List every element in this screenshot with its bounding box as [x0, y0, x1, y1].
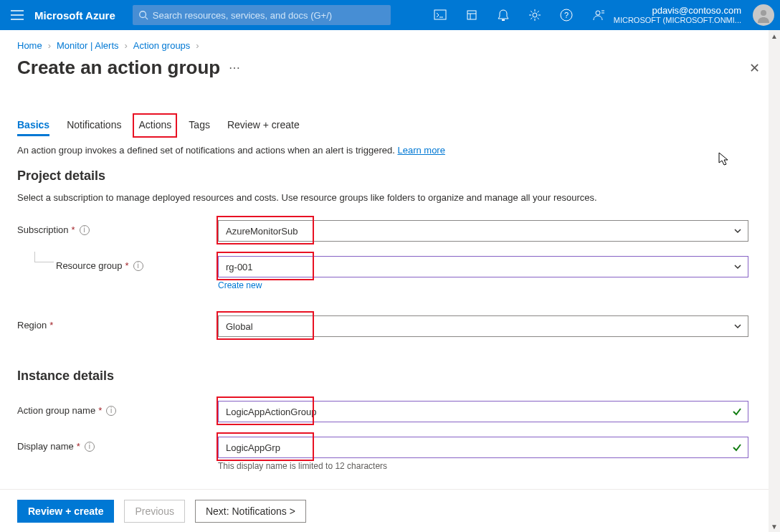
tab-basics[interactable]: Basics	[17, 119, 49, 136]
subscription-label: Subscription	[17, 224, 69, 235]
tab-actions[interactable]: Actions	[138, 119, 171, 136]
subscription-value: AzureMonitorSub	[226, 226, 298, 237]
title-row: Create an action group ⋯ ✕	[0, 51, 780, 79]
chevron-down-icon	[733, 227, 742, 235]
svg-point-22	[596, 11, 600, 15]
required-marker: *	[49, 320, 53, 331]
check-icon	[732, 407, 742, 417]
svg-line-16	[531, 11, 532, 12]
topbar-icons: ?	[424, 0, 614, 30]
help-icon[interactable]: ?	[551, 0, 582, 30]
chevron-right-icon: ›	[125, 40, 128, 51]
info-icon[interactable]: i	[106, 406, 116, 416]
action-group-name-value: LogicAppActionGroup	[226, 407, 316, 417]
project-details-note: Select a subscription to manage deployed…	[0, 184, 780, 203]
chevron-right-icon: ›	[196, 40, 199, 51]
create-new-link[interactable]: Create new	[218, 280, 262, 290]
tab-notifications[interactable]: Notifications	[67, 119, 121, 136]
page-title: Create an action group	[17, 57, 220, 79]
chevron-down-icon	[733, 322, 742, 331]
scroll-up-icon[interactable]: ▲	[769, 30, 780, 42]
required-marker: *	[72, 224, 75, 235]
search-icon	[138, 10, 148, 20]
notifications-icon[interactable]	[488, 0, 519, 30]
action-group-name-label: Action group name	[17, 405, 95, 416]
chevron-right-icon: ›	[48, 40, 51, 51]
info-icon[interactable]: i	[80, 225, 90, 235]
description-text: An action group invokes a defined set of…	[17, 145, 397, 156]
project-details-form: Subscription * i AzureMonitorSub Resourc…	[0, 213, 780, 344]
display-name-hint: This display name is limited to 12 chara…	[218, 461, 748, 471]
project-details-heading: Project details	[0, 156, 780, 184]
instance-details-heading: Instance details	[0, 356, 780, 384]
check-icon	[732, 442, 742, 452]
region-value: Global	[226, 321, 253, 332]
scroll-down-icon[interactable]: ▼	[769, 521, 780, 532]
review-create-button[interactable]: Review + create	[17, 500, 114, 523]
instance-details-form: Action group name * i LogicAppActionGrou…	[0, 394, 780, 478]
display-name-input[interactable]: LogicAppGrp	[218, 437, 748, 458]
required-marker: *	[125, 260, 129, 271]
svg-rect-7	[467, 11, 476, 19]
breadcrumb: Home › Monitor | Alerts › Action groups …	[0, 30, 780, 51]
info-icon[interactable]: i	[85, 442, 95, 452]
resource-group-value: rg-001	[226, 262, 253, 272]
account-block[interactable]: pdavis@contoso.com MICROSOFT (MICROSOFT.…	[614, 5, 747, 26]
footer: Review + create Previous Next: Notificat…	[0, 489, 771, 532]
chevron-down-icon	[733, 262, 742, 271]
action-group-name-input[interactable]: LogicAppActionGroup	[218, 401, 748, 422]
next-button[interactable]: Next: Notifications >	[195, 500, 306, 523]
more-actions-icon[interactable]: ⋯	[229, 61, 242, 75]
resource-group-dropdown[interactable]: rg-001	[218, 256, 748, 277]
info-icon[interactable]: i	[133, 261, 143, 271]
account-email: pdavis@contoso.com	[652, 5, 741, 16]
svg-rect-5	[434, 10, 446, 19]
close-icon[interactable]: ✕	[746, 57, 763, 79]
required-marker: *	[98, 405, 102, 416]
svg-point-25	[761, 10, 766, 16]
svg-line-18	[531, 18, 532, 19]
description: An action group invokes a defined set of…	[0, 136, 780, 156]
brand[interactable]: Microsoft Azure	[34, 9, 115, 22]
settings-icon[interactable]	[519, 0, 551, 30]
previous-button: Previous	[124, 500, 184, 523]
svg-line-4	[145, 17, 148, 20]
svg-text:?: ?	[564, 11, 569, 19]
resource-group-label: Resource group	[56, 260, 123, 271]
breadcrumb-monitor-alerts[interactable]: Monitor | Alerts	[57, 40, 118, 51]
breadcrumb-action-groups[interactable]: Action groups	[133, 40, 191, 51]
breadcrumb-home[interactable]: Home	[17, 40, 42, 51]
scrollbar[interactable]: ▲ ▼	[769, 30, 780, 532]
tab-tags[interactable]: Tags	[189, 119, 210, 136]
svg-line-17	[537, 18, 538, 19]
tab-review-create[interactable]: Review + create	[227, 119, 300, 136]
display-name-value: LogicAppGrp	[226, 442, 280, 453]
topbar: Microsoft Azure ? pdavis@contoso.com MIC…	[0, 0, 780, 30]
search-box[interactable]	[133, 5, 391, 25]
svg-point-3	[140, 11, 146, 18]
hamburger-menu[interactable]	[0, 10, 34, 20]
region-label: Region	[17, 320, 47, 331]
tabs: Basics Notifications Actions Tags Review…	[0, 79, 780, 136]
cloud-shell-icon[interactable]	[424, 0, 456, 30]
region-dropdown[interactable]: Global	[218, 315, 748, 337]
search-input[interactable]	[153, 10, 385, 21]
required-marker: *	[77, 441, 80, 452]
subscription-dropdown[interactable]: AzureMonitorSub	[218, 220, 748, 242]
display-name-label: Display name	[17, 441, 74, 452]
avatar[interactable]	[753, 4, 774, 26]
svg-line-19	[537, 11, 538, 12]
svg-point-11	[533, 13, 537, 17]
directories-icon[interactable]	[456, 0, 488, 30]
feedback-icon[interactable]	[582, 0, 614, 30]
learn-more-link[interactable]: Learn more	[397, 145, 444, 156]
account-org: MICROSOFT (MICROSOFT.ONMI...	[614, 16, 741, 25]
